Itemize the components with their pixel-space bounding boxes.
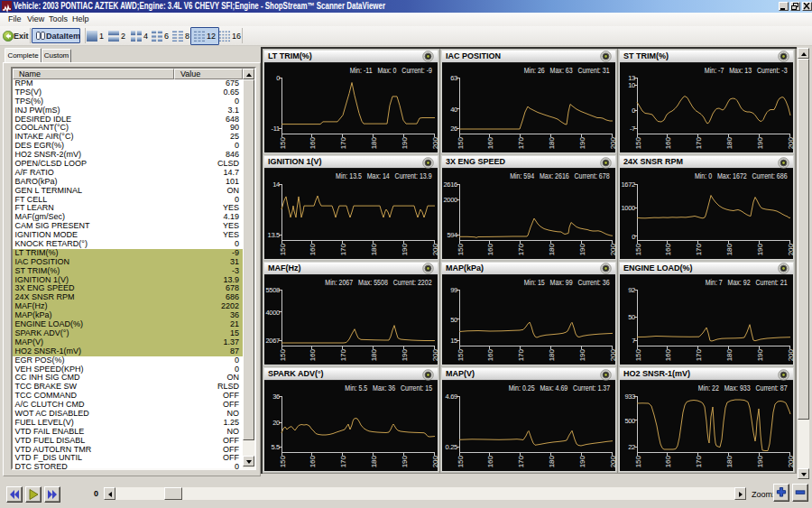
svg-text:150: 150 bbox=[279, 136, 287, 149]
svg-text:160: 160 bbox=[486, 455, 494, 467]
svg-text:190: 190 bbox=[578, 136, 586, 149]
svg-text:200: 200 bbox=[431, 455, 438, 467]
svg-text:150: 150 bbox=[634, 243, 642, 255]
svg-text:160: 160 bbox=[664, 455, 672, 467]
svg-text:180: 180 bbox=[725, 136, 734, 149]
svg-text:92: 92 bbox=[628, 286, 635, 294]
svg-text:170: 170 bbox=[339, 455, 347, 467]
svg-text:200: 200 bbox=[609, 348, 616, 361]
svg-text:500: 500 bbox=[624, 416, 635, 424]
svg-text:150: 150 bbox=[634, 455, 642, 467]
svg-text:190: 190 bbox=[401, 348, 409, 361]
svg-text:190: 190 bbox=[756, 136, 764, 149]
svg-text:22: 22 bbox=[628, 443, 635, 451]
svg-text:200: 200 bbox=[431, 243, 438, 255]
svg-text:170: 170 bbox=[339, 243, 347, 255]
svg-text:200: 200 bbox=[787, 348, 794, 361]
svg-text:1000: 1000 bbox=[622, 204, 636, 212]
svg-text:150: 150 bbox=[279, 348, 287, 361]
svg-text:200: 200 bbox=[609, 243, 616, 255]
svg-text:0.25: 0.25 bbox=[446, 443, 458, 451]
svg-text:170: 170 bbox=[517, 136, 525, 149]
svg-text:150: 150 bbox=[279, 243, 287, 255]
svg-text:-7: -7 bbox=[630, 125, 635, 133]
svg-text:200: 200 bbox=[431, 348, 438, 361]
svg-text:160: 160 bbox=[664, 136, 672, 149]
svg-text:190: 190 bbox=[578, 348, 586, 361]
svg-text:180: 180 bbox=[725, 455, 734, 467]
svg-text:160: 160 bbox=[309, 136, 317, 149]
svg-text:150: 150 bbox=[279, 455, 287, 467]
svg-text:200: 200 bbox=[787, 243, 794, 255]
svg-text:190: 190 bbox=[756, 455, 764, 467]
svg-text:170: 170 bbox=[339, 136, 347, 149]
svg-text:4.69: 4.69 bbox=[446, 393, 458, 401]
svg-text:-11: -11 bbox=[272, 125, 281, 133]
svg-text:63: 63 bbox=[450, 74, 457, 82]
svg-text:5508: 5508 bbox=[266, 286, 281, 294]
svg-text:14: 14 bbox=[272, 180, 280, 189]
svg-text:200: 200 bbox=[787, 455, 794, 467]
svg-text:0: 0 bbox=[632, 232, 635, 240]
svg-text:170: 170 bbox=[695, 243, 703, 255]
svg-text:160: 160 bbox=[486, 348, 494, 361]
svg-text:180: 180 bbox=[370, 243, 378, 255]
svg-text:170: 170 bbox=[517, 455, 525, 467]
svg-text:160: 160 bbox=[309, 243, 317, 255]
svg-text:150: 150 bbox=[457, 455, 465, 467]
svg-text:20: 20 bbox=[272, 419, 280, 427]
svg-text:0: 0 bbox=[276, 74, 280, 82]
svg-text:160: 160 bbox=[664, 243, 672, 255]
svg-text:933: 933 bbox=[624, 393, 635, 401]
svg-text:200: 200 bbox=[609, 455, 616, 467]
svg-text:10: 10 bbox=[628, 81, 635, 89]
svg-text:170: 170 bbox=[517, 348, 525, 361]
svg-text:180: 180 bbox=[725, 348, 734, 361]
svg-text:190: 190 bbox=[756, 243, 764, 255]
svg-text:150: 150 bbox=[634, 348, 642, 361]
svg-text:160: 160 bbox=[309, 348, 317, 361]
svg-text:7: 7 bbox=[632, 337, 635, 345]
svg-text:150: 150 bbox=[457, 348, 465, 361]
svg-text:180: 180 bbox=[370, 136, 378, 149]
svg-text:40: 40 bbox=[450, 106, 457, 114]
svg-text:26: 26 bbox=[450, 125, 457, 133]
svg-text:150: 150 bbox=[457, 136, 465, 149]
svg-text:160: 160 bbox=[309, 455, 317, 467]
svg-text:13.5: 13.5 bbox=[268, 231, 281, 239]
svg-text:15: 15 bbox=[450, 337, 457, 345]
svg-text:5.5: 5.5 bbox=[271, 443, 280, 451]
svg-text:150: 150 bbox=[457, 243, 465, 255]
svg-text:180: 180 bbox=[548, 348, 556, 361]
svg-text:180: 180 bbox=[548, 243, 556, 255]
svg-text:200: 200 bbox=[787, 136, 794, 149]
svg-text:160: 160 bbox=[664, 348, 672, 361]
svg-text:160: 160 bbox=[486, 243, 494, 255]
svg-text:190: 190 bbox=[401, 136, 409, 149]
svg-text:160: 160 bbox=[486, 136, 494, 149]
svg-text:170: 170 bbox=[339, 348, 347, 361]
svg-text:190: 190 bbox=[756, 348, 764, 361]
svg-text:170: 170 bbox=[695, 348, 703, 361]
svg-text:170: 170 bbox=[695, 136, 703, 149]
svg-text:190: 190 bbox=[401, 455, 409, 467]
svg-text:50: 50 bbox=[450, 316, 457, 324]
svg-text:2067: 2067 bbox=[266, 337, 281, 345]
svg-text:36: 36 bbox=[272, 393, 280, 401]
svg-text:200: 200 bbox=[431, 136, 438, 149]
svg-text:170: 170 bbox=[517, 243, 525, 255]
svg-text:150: 150 bbox=[634, 136, 642, 149]
svg-text:180: 180 bbox=[725, 243, 734, 255]
svg-text:190: 190 bbox=[578, 455, 586, 467]
svg-text:180: 180 bbox=[548, 136, 556, 149]
svg-text:180: 180 bbox=[370, 348, 378, 361]
svg-text:1672: 1672 bbox=[622, 180, 636, 189]
svg-text:190: 190 bbox=[578, 243, 586, 255]
svg-text:180: 180 bbox=[548, 455, 556, 467]
svg-text:2616: 2616 bbox=[444, 180, 458, 189]
svg-text:594: 594 bbox=[447, 231, 457, 239]
svg-text:180: 180 bbox=[370, 455, 378, 467]
svg-text:170: 170 bbox=[695, 455, 703, 467]
svg-text:0: 0 bbox=[632, 106, 635, 115]
svg-text:200: 200 bbox=[609, 136, 616, 149]
